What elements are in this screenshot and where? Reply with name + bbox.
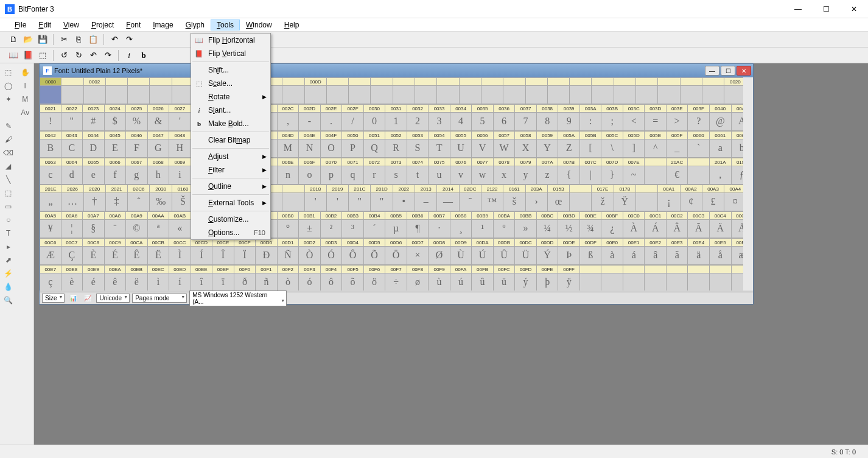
glyph-cell[interactable]: Û bbox=[494, 247, 516, 265]
code-header[interactable]: 00FB bbox=[472, 265, 494, 273]
glyph-cell[interactable]: < bbox=[623, 113, 645, 131]
glyph-cell[interactable]: T bbox=[429, 139, 450, 158]
code-header[interactable]: 00F5 bbox=[342, 265, 364, 273]
code-header[interactable]: 201E bbox=[40, 185, 61, 193]
glyph-cell[interactable]: n bbox=[278, 166, 299, 185]
glyph-cell[interactable]: Ì bbox=[169, 247, 191, 265]
glyph-cell[interactable]: D bbox=[83, 139, 105, 158]
line-tool[interactable]: ╲ bbox=[1, 174, 16, 186]
code-header[interactable]: 002D bbox=[299, 104, 321, 113]
code-header[interactable]: 004E bbox=[299, 131, 321, 139]
glyph-cell[interactable] bbox=[548, 86, 570, 104]
code-header[interactable]: 0071 bbox=[342, 158, 364, 166]
tool[interactable] bbox=[18, 294, 33, 306]
code-header[interactable]: 00EC bbox=[148, 265, 170, 273]
glyph-cell[interactable]: Ÿ bbox=[614, 193, 636, 211]
glyph-cell[interactable]: Æ bbox=[40, 247, 61, 265]
code-header[interactable]: 00BD bbox=[558, 211, 580, 220]
menu-window[interactable]: Window bbox=[240, 19, 278, 30]
glyph-cell[interactable] bbox=[614, 86, 636, 104]
glyph-cell[interactable] bbox=[327, 86, 349, 104]
glyph-cell[interactable]: U bbox=[450, 139, 472, 158]
glyph-cell[interactable] bbox=[570, 86, 592, 104]
glyph-cell[interactable] bbox=[305, 86, 327, 104]
open-icon[interactable]: 📂 bbox=[22, 33, 34, 46]
lasso-tool[interactable]: ◯ bbox=[1, 80, 16, 92]
glyph-cell[interactable]: B bbox=[40, 139, 61, 158]
code-header[interactable]: 0064 bbox=[61, 158, 83, 166]
glyph-cell[interactable]: ³ bbox=[342, 220, 364, 238]
code-header[interactable]: 000D bbox=[305, 77, 327, 86]
menu-item-adjust[interactable]: Adjust▶ bbox=[191, 150, 270, 163]
code-header[interactable]: 0079 bbox=[515, 158, 537, 166]
code-header[interactable]: 00A9 bbox=[126, 211, 148, 220]
code-header[interactable]: 0055 bbox=[450, 131, 472, 139]
menu-tools[interactable]: Tools bbox=[211, 19, 240, 30]
code-header[interactable]: 00C2 bbox=[667, 211, 688, 220]
glyph-cell[interactable]: 0 bbox=[364, 113, 386, 131]
code-header[interactable]: 00EE bbox=[191, 265, 213, 273]
chart-icon[interactable]: 📊 bbox=[67, 292, 79, 305]
glyph-cell[interactable] bbox=[592, 86, 614, 104]
code-header[interactable]: 005E bbox=[645, 131, 667, 139]
code-header[interactable] bbox=[371, 77, 393, 86]
doc-close-button[interactable]: ✕ bbox=[737, 66, 751, 76]
glyph-cell[interactable] bbox=[393, 86, 415, 104]
code-header[interactable]: 0059 bbox=[537, 131, 559, 139]
glyph-cell[interactable]: " bbox=[61, 113, 83, 131]
glyph-cell[interactable]: £ bbox=[702, 193, 724, 211]
glyph-cell[interactable] bbox=[623, 273, 645, 291]
glyph-cell[interactable]: Z bbox=[558, 139, 580, 158]
glyph-cell[interactable]: , bbox=[710, 166, 732, 185]
code-header[interactable]: 00EA bbox=[105, 265, 127, 273]
code-header[interactable]: 003C bbox=[623, 104, 645, 113]
glyph-cell[interactable]: ¹ bbox=[472, 220, 494, 238]
code-header[interactable]: 00E4 bbox=[688, 238, 710, 247]
glyph-cell[interactable]: ' bbox=[327, 193, 349, 211]
glyph-cell[interactable]: 4 bbox=[450, 113, 472, 131]
code-header[interactable]: 00E5 bbox=[710, 238, 732, 247]
menu-item-shift-[interactable]: Shift... bbox=[191, 63, 270, 77]
glyph-cell[interactable]: W bbox=[494, 139, 516, 158]
code-header[interactable]: 00F8 bbox=[407, 265, 429, 273]
glyph-cell[interactable]: [ bbox=[580, 139, 602, 158]
glyph-cell[interactable]: Ó bbox=[321, 247, 343, 265]
code-header[interactable] bbox=[681, 77, 702, 86]
glyph-cell[interactable]: ž bbox=[592, 193, 614, 211]
code-header[interactable]: 007E bbox=[623, 158, 645, 166]
glyph-cell[interactable]: Î bbox=[212, 247, 234, 265]
code-header[interactable]: 0025 bbox=[126, 104, 148, 113]
glyph-cell[interactable]: ! bbox=[40, 113, 61, 131]
glyph-cell[interactable]: à bbox=[601, 247, 623, 265]
code-header[interactable]: 0031 bbox=[385, 104, 407, 113]
code-header[interactable]: 00CB bbox=[148, 238, 170, 247]
glyph-cell[interactable]: p bbox=[321, 166, 343, 185]
code-header[interactable]: 00CC bbox=[169, 238, 191, 247]
code-header[interactable]: 00D7 bbox=[407, 238, 429, 247]
code-header[interactable]: 00AA bbox=[148, 211, 170, 220]
code-header[interactable]: 00ED bbox=[169, 265, 191, 273]
code-header[interactable]: 00B6 bbox=[407, 211, 429, 220]
glyph-cell[interactable] bbox=[688, 166, 710, 185]
glyph-cell[interactable]: $ bbox=[105, 113, 127, 131]
glyph-cell[interactable]: " bbox=[349, 193, 371, 211]
code-header[interactable]: 00EB bbox=[126, 265, 148, 273]
code-header[interactable]: 00B1 bbox=[299, 211, 321, 220]
new-icon[interactable]: 🗋 bbox=[7, 33, 19, 46]
code-header[interactable]: 00F9 bbox=[429, 265, 450, 273]
code-header[interactable]: 02C6 bbox=[128, 185, 150, 193]
glyph-cell[interactable] bbox=[128, 86, 150, 104]
glyph-cell[interactable]: ó bbox=[299, 273, 321, 291]
circle-tool[interactable]: ○ bbox=[1, 214, 16, 226]
code-header[interactable]: 003E bbox=[667, 104, 688, 113]
glyph-cell[interactable]: ˜ bbox=[460, 193, 481, 211]
code-header[interactable]: 0000 bbox=[40, 77, 61, 86]
glyph-cell[interactable]: S bbox=[407, 139, 429, 158]
code-header[interactable]: 00BB bbox=[515, 211, 537, 220]
glyph-cell[interactable] bbox=[61, 86, 83, 104]
menu-font[interactable]: Font bbox=[120, 19, 147, 30]
glyph-cell[interactable]: o bbox=[299, 166, 321, 185]
code-header[interactable]: 00D6 bbox=[385, 238, 407, 247]
code-header[interactable]: 0024 bbox=[105, 104, 127, 113]
scale-icon[interactable]: ⬚ bbox=[37, 49, 49, 62]
